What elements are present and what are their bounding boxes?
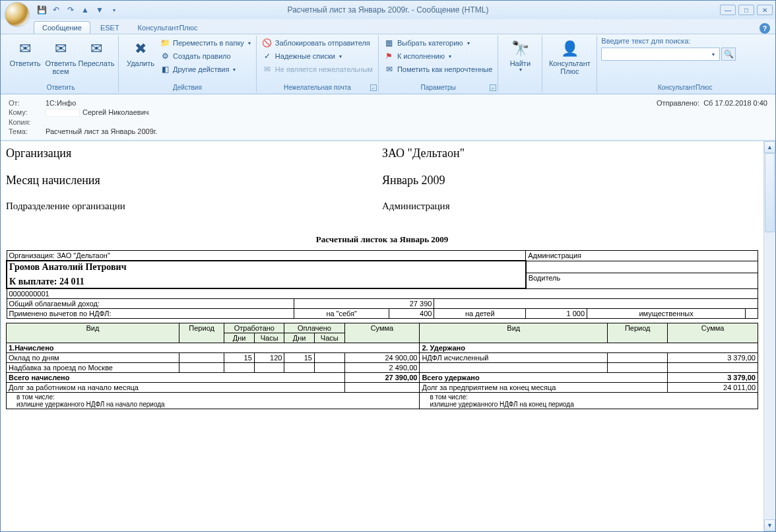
total-charged-label: Всего начислено [7, 373, 345, 383]
unread-label: Пометить как непрочтенные [397, 65, 492, 73]
vertical-scrollbar[interactable]: ▲ ▼ [763, 141, 775, 531]
wh1-name: НДФЛ исчисленный [420, 353, 608, 363]
binoculars-icon: 🔭 [509, 38, 531, 59]
safe-label: Надежные списки [275, 52, 335, 60]
undo-icon[interactable]: ↶ [51, 5, 61, 15]
delete-label: Удалить [127, 59, 154, 67]
consultant-button[interactable]: 👤 Консультант Плюс [546, 37, 593, 77]
create-rule-button[interactable]: ⚙Создать правило [158, 50, 252, 62]
ded-label: Применено вычетов по НДФЛ: [7, 309, 294, 319]
col-sum2: Сумма [668, 323, 758, 343]
search-label: Введите текст для поиска: [601, 37, 769, 45]
from-label: От: [9, 99, 46, 107]
tab-consultant[interactable]: КонсультантПлюс [129, 21, 207, 34]
debt-company: 24 011,00 [668, 383, 758, 393]
maximize-button[interactable]: □ [738, 5, 754, 15]
dept-line: Администрация [526, 251, 758, 261]
group-consultant-btn: 👤 Консультант Плюс [542, 36, 597, 92]
block-sender-button[interactable]: 🚫Заблокировать отправителя [261, 37, 374, 49]
ded-self-label: на "себя" [294, 309, 389, 319]
doc-header: Организация Месяц начисления Подразделен… [6, 147, 758, 225]
chevron-down-icon: ▾ [248, 40, 251, 46]
forward-icon: ✉ [86, 38, 107, 59]
excess-end: излишне удержанного НДФЛ на конец период… [422, 401, 756, 408]
outlook-window: 💾 ↶ ↷ ▲ ▼ ▾ Расчетный лист за Январь 200… [0, 0, 776, 532]
mark-unread-button[interactable]: ✉Пометить как непрочтенные [383, 63, 494, 75]
cat-label: Выбрать категорию [397, 39, 463, 47]
notjunk-icon: ✉ [262, 64, 273, 75]
debt-worker [344, 383, 420, 393]
total-withheld-label: Всего удержано [420, 373, 668, 383]
group-reply-label: Ответить [7, 83, 114, 91]
scroll-up-button[interactable]: ▲ [764, 141, 775, 153]
col-days: Дни [224, 333, 255, 343]
subject-label: Тема: [9, 127, 46, 135]
row1-ph [314, 353, 344, 363]
next-icon[interactable]: ▼ [94, 5, 105, 15]
sec-charged: 1.Начислено [7, 343, 420, 353]
scroll-down-button[interactable]: ▼ [764, 519, 775, 531]
reply-button[interactable]: ✉ Ответить [7, 37, 43, 77]
col-period: Период [179, 323, 224, 343]
move-label: Переместить в папку [173, 39, 244, 47]
office-button[interactable] [5, 2, 30, 27]
forward-label: Переслать [79, 59, 115, 67]
group-find: 🔭 Найти ▾ [498, 36, 542, 92]
rule-icon: ⚙ [160, 51, 170, 61]
window-title: Расчетный лист за Январь 2009г. - Сообще… [288, 5, 489, 15]
search-input[interactable] [601, 48, 720, 61]
consultant-label: Консультант Плюс [549, 59, 591, 75]
block-icon: 🚫 [262, 38, 273, 48]
incl-label2: в том числе: [422, 393, 756, 401]
chevron-down-icon: ▾ [449, 53, 451, 59]
message-body: Организация Месяц начисления Подразделен… [1, 141, 763, 531]
safe-icon: ✓ [262, 51, 273, 61]
flag-label: К исполнению [397, 52, 445, 60]
sent-label: Отправлено: [657, 99, 699, 107]
org-label: Организация [6, 147, 382, 160]
find-button[interactable]: 🔭 Найти ▾ [502, 37, 538, 75]
options-launcher[interactable]: ⌐ [490, 84, 496, 91]
group-actions: ✖ Удалить 📁Переместить в папку▾ ⚙Создать… [119, 36, 257, 92]
reply-label: Ответить [9, 59, 40, 67]
junk-launcher[interactable]: ⌐ [370, 84, 377, 91]
col-period2: Период [608, 323, 668, 343]
safe-lists-button[interactable]: ✓Надежные списки▾ [261, 50, 374, 62]
redo-icon[interactable]: ↷ [65, 5, 76, 15]
sent-value: Сб 17.02.2018 0:40 [703, 99, 767, 107]
other-actions-button[interactable]: ◧Другие действия▾ [158, 63, 252, 75]
search-button[interactable]: 🔍 [721, 48, 736, 61]
window-controls: — □ ✕ [720, 5, 773, 15]
debt-company-label: Долг за предприятием на конец месяца [420, 383, 668, 393]
search-dropdown-icon[interactable]: ▾ [712, 51, 715, 57]
tab-message[interactable]: Сообщение [34, 21, 90, 34]
payout: К выплате: 24 011 [9, 277, 523, 287]
group-junk-label: Нежелательная почта [261, 83, 374, 91]
group-options-label: Параметры [383, 83, 494, 91]
scroll-thumb[interactable] [765, 153, 775, 232]
forward-button[interactable]: ✉ Переслать [79, 37, 114, 77]
follow-up-button[interactable]: ⚑К исполнению▾ [383, 50, 494, 62]
info-table: Организация: ЗАО "Дельтаон" Администраци… [6, 250, 758, 319]
col-worked: Отработано [224, 323, 284, 333]
categorize-button[interactable]: ▦Выбрать категорию▾ [383, 37, 494, 49]
taxable-value: 27 390 [294, 299, 434, 309]
scroll-track[interactable] [764, 153, 775, 519]
close-button[interactable]: ✕ [757, 5, 773, 15]
titlebar: 💾 ↶ ↷ ▲ ▼ ▾ Расчетный лист за Январь 200… [1, 1, 775, 19]
delete-button[interactable]: ✖ Удалить [123, 37, 158, 75]
redacted [46, 109, 80, 117]
subject-value: Расчетный лист за Январь 2009г. [46, 127, 158, 135]
col-sum: Сумма [344, 323, 420, 343]
move-to-folder-button[interactable]: 📁Переместить в папку▾ [158, 37, 252, 49]
save-icon[interactable]: 💾 [36, 5, 47, 15]
help-icon[interactable]: ? [760, 23, 770, 34]
reply-all-button[interactable]: ✉ Ответить всем [43, 37, 79, 77]
ribbon: ✉ Ответить ✉ Ответить всем ✉ Переслать О… [1, 34, 775, 94]
ded-children-label: на детей [434, 309, 526, 319]
tab-eset[interactable]: ESET [92, 21, 128, 34]
minimize-button[interactable]: — [720, 5, 736, 15]
prev-icon[interactable]: ▲ [80, 5, 90, 15]
org-line: Организация: ЗАО "Дельтаон" [7, 251, 526, 261]
qat-dropdown-icon[interactable]: ▾ [109, 5, 119, 15]
